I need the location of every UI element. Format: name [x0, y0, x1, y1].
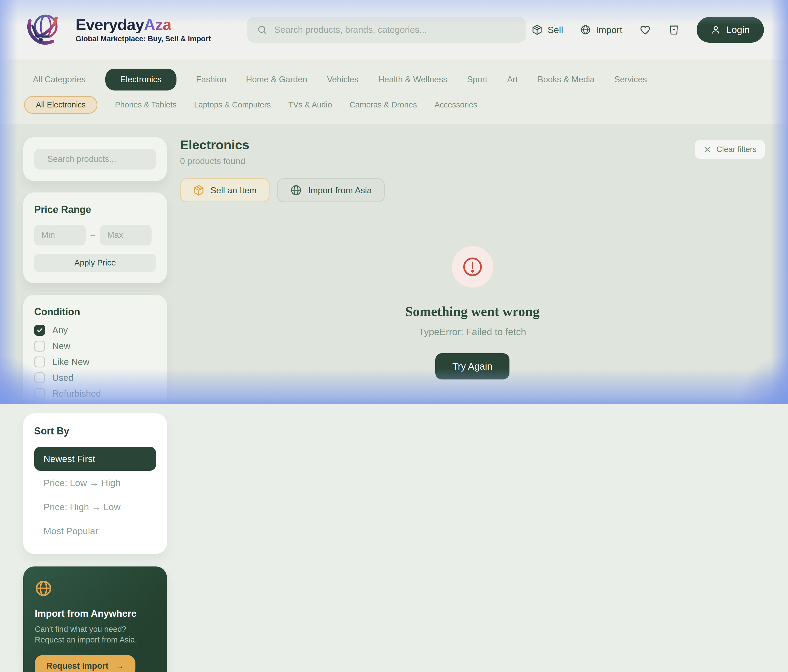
sort-option-newest-first[interactable]: Newest First	[34, 447, 156, 471]
sell-link[interactable]: Sell	[532, 24, 563, 35]
package-icon	[532, 24, 543, 35]
category-books-media[interactable]: Books & Media	[538, 74, 595, 84]
sell-an-item-button[interactable]: Sell an Item	[180, 178, 270, 202]
price-min-input[interactable]	[34, 225, 86, 246]
condition-label: Any	[52, 325, 68, 336]
import-from-asia-label: Import from Asia	[308, 185, 372, 195]
try-again-button[interactable]: Try Again	[435, 353, 510, 379]
search-icon	[257, 25, 267, 35]
checkbox-icon[interactable]	[34, 357, 45, 368]
price-range-card: Price Range – Apply Price	[23, 192, 167, 283]
price-inputs: –	[34, 225, 156, 246]
user-icon	[711, 25, 721, 35]
page-title: Electronics	[180, 137, 249, 152]
condition-title: Condition	[34, 306, 156, 318]
quick-actions: Sell an Item Import from Asia	[180, 178, 765, 202]
globe-icon	[290, 184, 302, 196]
category-row: All Categories Electronics Fashion Home …	[33, 69, 788, 90]
category-nav: All Categories Electronics Fashion Home …	[0, 60, 788, 124]
shopping-bag-icon	[668, 24, 680, 36]
filters-sidebar: Price Range – Apply Price Condition Any	[23, 137, 167, 404]
checkbox-icon[interactable]	[34, 372, 45, 383]
top-viewport: EverydayAza Global Marketplace: Buy, Sel…	[0, 0, 788, 404]
bottom-viewport: Sort By Newest First Price: Low → High P…	[0, 404, 788, 672]
category-home-garden[interactable]: Home & Garden	[246, 74, 307, 84]
close-icon	[703, 146, 712, 154]
arrow-right-icon: →	[116, 661, 124, 671]
checkbox-icon[interactable]	[34, 388, 45, 399]
brand-logo	[24, 9, 66, 51]
globe-icon	[35, 580, 52, 597]
subcategory-row: All Electronics Phones & Tablets Laptops…	[24, 96, 788, 114]
condition-label: Refurbished	[52, 388, 101, 399]
subcategory-tvs-audio[interactable]: TVs & Audio	[288, 100, 332, 109]
error-state: Something went wrong TypeError: Failed t…	[180, 246, 765, 379]
apply-price-button[interactable]: Apply Price	[34, 254, 156, 272]
sell-an-item-label: Sell an Item	[210, 185, 257, 195]
import-from-asia-button[interactable]: Import from Asia	[277, 178, 385, 202]
category-fashion[interactable]: Fashion	[196, 74, 226, 84]
content-area: Price Range – Apply Price Condition Any	[0, 124, 788, 404]
header: EverydayAza Global Marketplace: Buy, Sel…	[0, 0, 788, 60]
request-import-button[interactable]: Request Import →	[35, 655, 135, 672]
price-max-input[interactable]	[100, 225, 152, 246]
checkbox-icon[interactable]	[34, 341, 45, 352]
category-sport[interactable]: Sport	[467, 74, 487, 84]
brand-name: EverydayAza	[76, 16, 211, 33]
heart-icon	[639, 24, 651, 36]
results-main: Electronics 0 products found Clear filte…	[167, 137, 765, 404]
import-label: Import	[596, 25, 622, 35]
login-button[interactable]: Login	[697, 17, 764, 43]
error-icon-badge	[452, 246, 493, 288]
category-health-wellness[interactable]: Health & Wellness	[378, 74, 447, 84]
clear-filters-label: Clear filters	[717, 145, 756, 154]
condition-label: Like New	[52, 357, 89, 367]
condition-label: New	[52, 341, 70, 351]
subcategory-cameras-drones[interactable]: Cameras & Drones	[350, 100, 417, 109]
brand-tagline: Global Marketplace: Buy, Sell & Import	[76, 35, 211, 43]
request-import-label: Request Import	[46, 661, 108, 671]
header-search-input[interactable]	[275, 25, 516, 35]
category-art[interactable]: Art	[507, 74, 518, 84]
price-range-title: Price Range	[34, 204, 156, 216]
import-link[interactable]: Import	[580, 24, 622, 35]
results-header: Electronics 0 products found Clear filte…	[180, 137, 765, 166]
subcategory-accessories[interactable]: Accessories	[434, 100, 477, 109]
condition-option-like-new[interactable]: Like New	[34, 357, 156, 368]
sort-options: Newest First Price: Low → High Price: Hi…	[34, 447, 156, 543]
checkbox-checked-icon[interactable]	[34, 325, 45, 336]
condition-option-refurbished[interactable]: Refurbished	[34, 388, 156, 399]
condition-label: Used	[52, 372, 73, 383]
subcategory-laptops-computers[interactable]: Laptops & Computers	[194, 100, 271, 109]
import-from-anywhere-card: Import from Anywhere Can't find what you…	[23, 566, 167, 672]
condition-option-any[interactable]: Any	[34, 325, 156, 336]
brand[interactable]: EverydayAza Global Marketplace: Buy, Sel…	[24, 9, 211, 51]
header-actions: Sell Import Login	[532, 17, 764, 43]
price-separator: –	[91, 230, 95, 240]
sort-option-most-popular[interactable]: Most Popular	[34, 519, 156, 543]
condition-option-used[interactable]: Used	[34, 372, 156, 383]
clear-filters-button[interactable]: Clear filters	[695, 140, 765, 159]
category-all-categories[interactable]: All Categories	[33, 74, 86, 84]
sort-option-price-high-low[interactable]: Price: High → Low	[34, 495, 156, 519]
subcategory-all-electronics[interactable]: All Electronics	[24, 96, 97, 114]
brand-text: EverydayAza Global Marketplace: Buy, Sel…	[76, 16, 211, 43]
sort-option-price-low-high[interactable]: Price: Low → High	[34, 471, 156, 495]
condition-options: Any New Like New Used	[34, 325, 156, 399]
package-icon	[193, 185, 204, 196]
condition-option-new[interactable]: New	[34, 341, 156, 352]
wishlist-button[interactable]	[639, 24, 651, 36]
results-count: 0 products found	[180, 156, 249, 166]
brand-name-accent: Aza	[144, 16, 171, 33]
condition-card: Condition Any New Like New	[23, 295, 167, 404]
category-vehicles[interactable]: Vehicles	[327, 74, 358, 84]
subcategory-phones-tablets[interactable]: Phones & Tablets	[115, 100, 176, 109]
sidebar-search[interactable]	[34, 149, 156, 170]
sidebar-search-card	[23, 137, 167, 181]
import-card-description: Can't find what you need? Request an imp…	[35, 624, 153, 645]
header-search[interactable]	[247, 17, 526, 43]
sidebar-search-input[interactable]	[47, 154, 157, 164]
cart-button[interactable]	[668, 24, 680, 36]
category-services[interactable]: Services	[614, 74, 647, 84]
category-electronics[interactable]: Electronics	[105, 69, 176, 90]
